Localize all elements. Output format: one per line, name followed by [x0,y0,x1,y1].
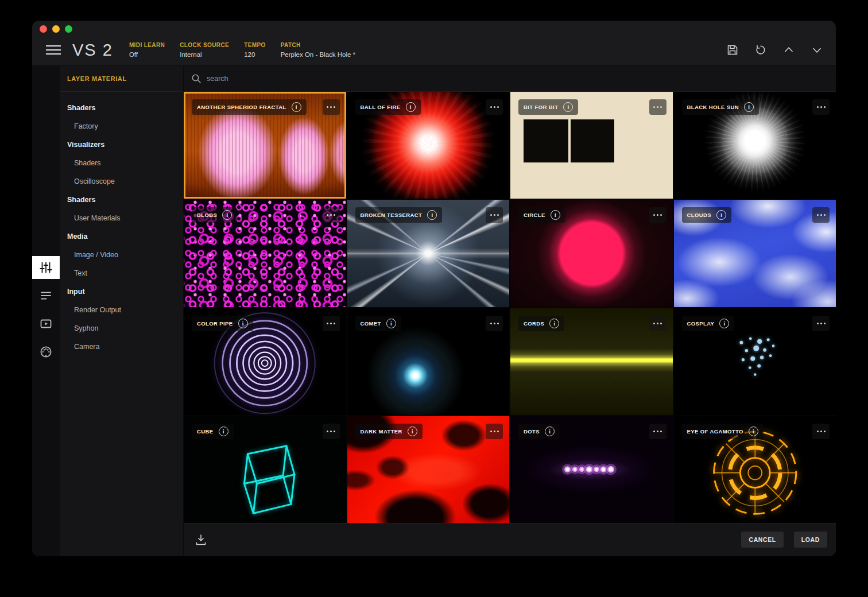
more-options-button[interactable] [486,316,503,331]
info-icon[interactable] [408,427,417,436]
info-icon[interactable] [222,210,232,220]
info-icon[interactable] [744,102,754,112]
info-icon[interactable] [238,319,248,328]
material-label-chip: COLOR PIPE [192,316,253,331]
more-options-button[interactable] [486,99,503,115]
sidebar-item-render-output[interactable]: Render Output [60,301,183,319]
more-options-button[interactable] [812,99,830,115]
more-options-button[interactable] [323,424,340,439]
material-name: CUBE [197,428,214,435]
traffic-lights [40,25,72,33]
material-label-chip: ANOTHER SPHERIOD FRACTAL [192,99,307,115]
material-label-chip: BROKEN TESSERACT [355,207,443,223]
more-options-button[interactable] [323,316,340,331]
info-icon[interactable] [427,210,437,220]
app-title: VS 2 [72,41,113,60]
material-tile[interactable]: COSPLAY [674,308,836,415]
material-name: BROKEN TESSERACT [361,212,423,218]
material-tile[interactable]: BLACK HOLE SUN [674,92,836,199]
search-bar [184,66,836,92]
material-tile[interactable]: BALL OF FIRE [347,92,510,199]
sidebar-item-text[interactable]: Text [60,264,183,282]
more-options-button[interactable] [486,207,503,223]
material-tile[interactable]: EYE OF AGAMOTTO [674,416,836,523]
load-button[interactable]: LOAD [794,532,827,548]
sidebar-item-user-materials[interactable]: User Materials [60,209,183,227]
import-download-icon[interactable] [195,533,207,546]
more-options-button[interactable] [486,424,503,439]
sidebar-item-oscilloscope[interactable]: Oscilloscope [60,172,183,191]
info-icon[interactable] [292,102,301,112]
menu-icon[interactable] [46,45,61,55]
more-options-button[interactable] [812,424,830,439]
sidebar-item-syphon[interactable]: Syphon [60,319,183,338]
material-label-chip: EYE OF AGAMOTTO [682,424,764,439]
material-tile[interactable]: COLOR PIPE [184,308,346,415]
patch-label: PATCH [281,42,355,48]
material-tile[interactable]: BROKEN TESSERACT [347,200,510,307]
zoom-window-button[interactable] [65,25,72,33]
info-icon[interactable] [406,102,416,112]
more-options-button[interactable] [323,99,340,115]
more-options-button[interactable] [812,207,830,223]
material-name: COMET [361,320,381,327]
midi-learn-label: MIDI LEARN [129,42,165,48]
rail-item-midi[interactable] [32,340,60,363]
midi-learn-value[interactable]: Off [129,51,165,58]
sidebar-item-image-video[interactable]: Image / Video [60,246,183,264]
info-icon[interactable] [551,210,560,220]
more-options-button[interactable] [812,316,830,331]
material-tile[interactable]: BIT FOR BIT [510,92,673,199]
info-icon[interactable] [219,427,228,436]
material-name: BLACK HOLE SUN [687,104,739,110]
tempo-field: TEMPO 120 [244,42,266,58]
info-icon[interactable] [749,427,758,436]
info-icon[interactable] [563,102,573,112]
sidebar-item-factory[interactable]: Factory [60,117,183,135]
clock-source-value[interactable]: Internal [180,51,229,58]
more-options-button[interactable] [649,207,666,223]
more-options-button[interactable] [649,99,666,115]
material-tile[interactable]: BLOBS [184,200,346,307]
minimize-window-button[interactable] [52,25,60,33]
sidebar-section-visualizers: Visualizers [60,135,183,154]
sidebar-section-shaders-2: Shaders [60,191,183,209]
search-input[interactable] [207,75,344,83]
undo-icon[interactable] [754,44,767,56]
material-tile[interactable]: DARK MATTER [347,416,510,523]
tempo-value[interactable]: 120 [244,51,266,58]
midi-learn-field: MIDI LEARN Off [129,42,165,58]
material-label-chip: CUBE [192,424,234,439]
material-name: DOTS [524,428,540,435]
info-icon[interactable] [549,319,559,328]
material-tile[interactable]: CORDS [510,308,673,415]
save-icon[interactable] [726,44,739,56]
tempo-label: TEMPO [244,42,266,48]
cancel-button[interactable]: CANCEL [741,532,783,548]
info-icon[interactable] [386,319,396,328]
chevron-up-icon[interactable] [782,44,795,56]
material-tile[interactable]: CUBE [184,416,346,523]
material-tile[interactable]: DOTS [510,416,673,523]
material-tile[interactable]: CLOUDS [674,200,836,307]
clock-source-field: CLOCK SOURCE Internal [180,42,229,58]
rail-item-materials[interactable] [32,256,60,279]
more-options-button[interactable] [649,316,666,331]
info-icon[interactable] [719,319,729,328]
sidebar-item-shaders[interactable]: Shaders [60,154,183,172]
material-tile[interactable]: ANOTHER SPHERIOD FRACTAL [184,92,346,199]
more-options-button[interactable] [649,424,666,439]
close-window-button[interactable] [40,25,47,33]
material-tile[interactable]: COMET [347,308,510,415]
info-icon[interactable] [545,427,555,436]
rail-item-playlist[interactable] [32,284,60,307]
material-tile[interactable]: CIRCLE [510,200,673,307]
material-name: DARK MATTER [361,428,402,435]
sidebar-item-camera[interactable]: Camera [60,338,183,356]
rail-item-video[interactable] [32,312,60,335]
chevron-down-icon[interactable] [811,44,823,56]
more-options-button[interactable] [323,207,340,223]
patch-value[interactable]: Perplex On - Black Hole * [281,51,355,58]
info-icon[interactable] [716,210,726,220]
material-name: CLOUDS [687,212,712,218]
